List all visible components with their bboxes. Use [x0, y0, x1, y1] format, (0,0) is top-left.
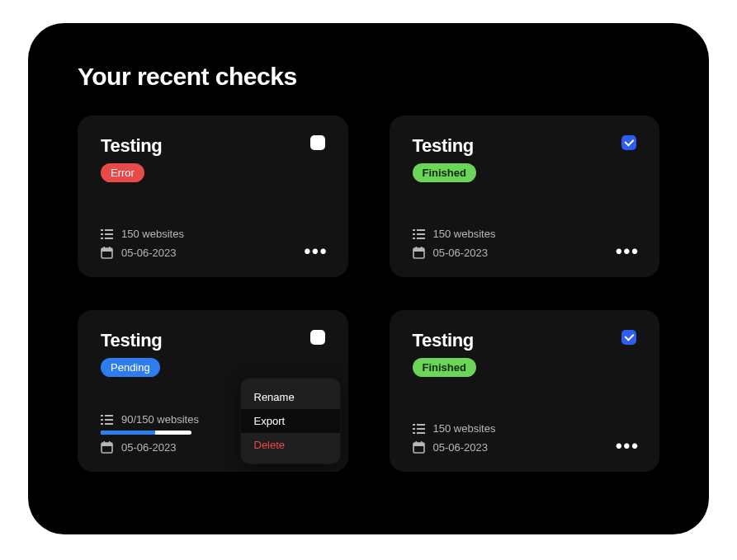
card-header: Testing Finished	[413, 330, 637, 377]
websites-row: 150 websites	[101, 228, 325, 240]
svg-rect-31	[417, 424, 425, 426]
svg-rect-35	[417, 432, 425, 434]
date-value: 05-06-2023	[121, 247, 177, 259]
websites-count: 90/150 websites	[121, 413, 199, 426]
date-value: 05-06-2023	[433, 441, 489, 454]
svg-rect-8	[104, 247, 106, 249]
menu-export[interactable]: Export	[241, 409, 340, 433]
svg-rect-24	[101, 423, 103, 425]
svg-rect-33	[417, 428, 425, 430]
svg-rect-23	[105, 419, 113, 421]
svg-rect-0	[101, 229, 103, 231]
svg-rect-4	[101, 238, 103, 239]
check-card[interactable]: Testing Finished 150 websites 05-06-2023	[390, 310, 660, 472]
svg-rect-34	[413, 432, 415, 434]
status-badge: Finished	[413, 163, 476, 182]
check-card[interactable]: Testing Finished 150 websites 05-06-2023	[390, 115, 660, 277]
context-menu: Rename Export Delete	[241, 379, 340, 464]
recent-checks-panel: Your recent checks Testing Error 150 web…	[28, 23, 709, 534]
svg-rect-10	[413, 229, 415, 231]
date-row: 05-06-2023	[413, 441, 637, 454]
svg-rect-30	[413, 424, 415, 426]
status-badge: Finished	[413, 358, 476, 377]
page-title: Your recent checks	[78, 63, 659, 91]
status-badge: Error	[101, 163, 144, 182]
svg-rect-13	[417, 233, 425, 235]
select-checkbox[interactable]	[310, 330, 325, 345]
websites-count: 150 websites	[433, 422, 496, 435]
websites-row: 150 websites	[413, 228, 637, 240]
list-icon	[101, 229, 113, 239]
card-header: Testing Pending	[101, 330, 325, 377]
svg-rect-11	[417, 229, 425, 231]
cards-grid: Testing Error 150 websites 05-06-2023	[78, 115, 659, 472]
calendar-icon	[413, 247, 425, 259]
svg-rect-17	[413, 248, 424, 252]
card-title: Testing	[413, 135, 476, 157]
svg-rect-18	[415, 247, 417, 249]
svg-rect-14	[413, 238, 415, 239]
svg-rect-7	[102, 248, 112, 252]
progress-fill	[101, 431, 155, 435]
date-value: 05-06-2023	[433, 247, 489, 259]
check-card[interactable]: Testing Error 150 websites 05-06-2023	[78, 115, 348, 277]
status-badge: Pending	[101, 358, 160, 377]
card-body: 150 websites 05-06-2023	[413, 221, 637, 259]
svg-rect-12	[413, 233, 415, 235]
svg-rect-27	[102, 443, 112, 446]
svg-rect-32	[413, 428, 415, 430]
svg-rect-3	[105, 233, 113, 235]
select-checkbox[interactable]	[621, 330, 636, 345]
list-icon	[413, 229, 425, 239]
progress-bar	[101, 431, 191, 435]
card-title: Testing	[101, 330, 163, 351]
svg-rect-5	[105, 238, 113, 239]
svg-rect-19	[420, 247, 422, 249]
list-icon	[413, 424, 425, 434]
svg-rect-39	[420, 441, 422, 444]
svg-rect-20	[101, 415, 103, 416]
card-body: 150 websites 05-06-2023	[413, 416, 637, 454]
list-icon	[101, 415, 113, 425]
svg-rect-25	[105, 423, 113, 425]
websites-row: 150 websites	[413, 422, 637, 435]
svg-rect-38	[415, 441, 417, 444]
more-menu-button[interactable]: •••	[304, 242, 328, 261]
date-row: 05-06-2023	[101, 247, 325, 259]
calendar-icon	[413, 441, 425, 454]
date-row: 05-06-2023	[413, 247, 637, 259]
menu-rename[interactable]: Rename	[241, 385, 340, 409]
card-title: Testing	[413, 330, 476, 351]
svg-rect-22	[101, 419, 103, 421]
svg-rect-29	[109, 441, 111, 444]
websites-count: 150 websites	[121, 228, 184, 240]
date-value: 05-06-2023	[121, 441, 177, 454]
svg-rect-15	[417, 238, 425, 239]
websites-count: 150 websites	[433, 228, 496, 240]
card-header: Testing Error	[101, 135, 325, 182]
select-checkbox[interactable]	[310, 135, 325, 150]
menu-delete[interactable]: Delete	[241, 433, 340, 457]
svg-rect-1	[105, 229, 113, 231]
check-card[interactable]: Testing Pending 90/150 websites	[78, 310, 348, 472]
svg-rect-9	[109, 247, 111, 249]
svg-rect-37	[413, 443, 424, 446]
card-header: Testing Finished	[413, 135, 637, 182]
more-menu-button[interactable]: •••	[616, 437, 640, 455]
svg-rect-2	[101, 233, 103, 235]
calendar-icon	[101, 247, 113, 259]
svg-rect-28	[104, 441, 106, 444]
svg-rect-21	[105, 415, 113, 416]
more-menu-button[interactable]: •••	[616, 242, 640, 261]
calendar-icon	[101, 441, 113, 454]
card-title: Testing	[101, 135, 163, 157]
card-body: 150 websites 05-06-2023	[101, 221, 325, 259]
select-checkbox[interactable]	[621, 135, 636, 150]
